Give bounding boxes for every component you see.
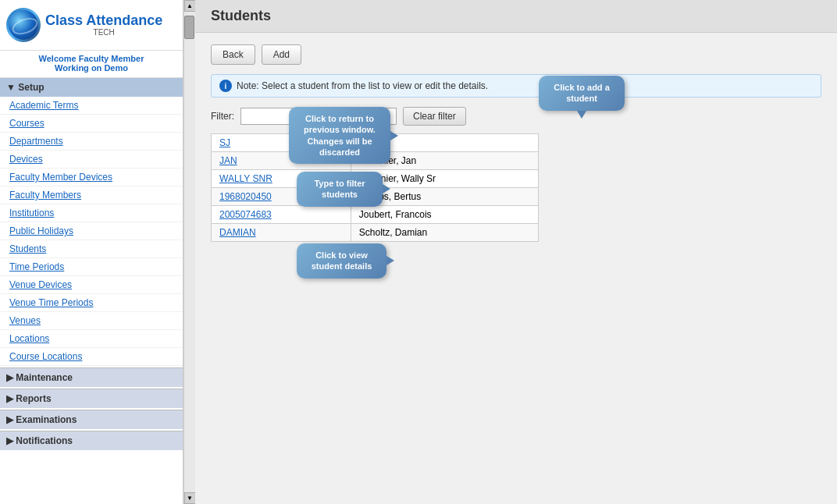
app-subtitle: TECH — [45, 28, 162, 37]
scroll-thumb[interactable] — [184, 16, 194, 39]
logo-text: Class Attendance TECH — [45, 13, 162, 37]
sidebar-item-public-holidays[interactable]: Public Holidays — [0, 222, 183, 240]
student-code-link[interactable]: JAN — [219, 155, 237, 166]
working-on: Working on Demo — [55, 63, 128, 73]
welcome-text: Welcome Faculty Member Working on Demo — [0, 51, 183, 78]
nav-items-list: Academic TermsCoursesDepartmentsDevicesF… — [0, 97, 183, 366]
student-code-link[interactable]: DAMIAN — [219, 227, 256, 238]
note-box: i Note: Select a student from the list t… — [211, 74, 821, 98]
content-area: Back Add i Note: Select a student from t… — [195, 33, 837, 504]
setup-section-header[interactable]: ▼ Setup — [0, 78, 183, 97]
sidebar-item-faculty-members[interactable]: Faculty Members — [0, 186, 183, 204]
sidebar-item-faculty-member-devices[interactable]: Faculty Member Devices — [0, 169, 183, 186]
sidebar-item-time-periods[interactable]: Time Periods — [0, 258, 183, 276]
section-examinations[interactable]: ▶ Examinations — [0, 410, 183, 429]
sidebar-item-courses[interactable]: Courses — [0, 115, 183, 133]
app-title: Class Attendance — [45, 13, 162, 29]
student-code-link[interactable]: 2005074683 — [219, 209, 272, 220]
table-row[interactable]: DAMIANScholtz, Damian — [212, 224, 539, 242]
toolbar: Back Add — [211, 44, 821, 65]
note-text: Note: Select a student from the list to … — [237, 80, 488, 91]
add-button[interactable]: Add — [262, 44, 301, 65]
sidebar-item-venue-devices[interactable]: Venue Devices — [0, 276, 183, 294]
add-tooltip: Click to add a student — [539, 76, 625, 111]
filter-label: Filter: — [211, 111, 234, 122]
sidebar-item-institutions[interactable]: Institutions — [0, 204, 183, 222]
student-code-link[interactable]: 1968020450 — [219, 191, 272, 202]
student-code-link[interactable]: SJ — [219, 137, 230, 148]
student-name: Joubert, Francois — [351, 206, 538, 224]
globe-icon — [9, 10, 38, 40]
section-notifications[interactable]: ▶ Notifications — [0, 431, 183, 450]
sidebar-item-venue-time-periods[interactable]: Venue Time Periods — [0, 294, 183, 312]
clear-filter-button[interactable]: Clear filter — [403, 107, 466, 126]
student-code-link[interactable]: WALLY SNR — [219, 173, 272, 184]
sidebar-item-locations[interactable]: Locations — [0, 330, 183, 348]
sidebar-item-course-locations[interactable]: Course Locations — [0, 348, 183, 366]
sidebar-item-students[interactable]: Students — [0, 240, 183, 258]
section-reports[interactable]: ▶ Reports — [0, 389, 183, 408]
info-icon: i — [219, 80, 232, 92]
back-tooltip: Click to return to previous window. Chan… — [289, 107, 390, 164]
student-tooltip: Click to view student details — [297, 243, 386, 279]
collapsed-sections: ▶ Maintenance▶ Reports▶ Examinations▶ No… — [0, 366, 183, 450]
sidebar-item-venues[interactable]: Venues — [0, 312, 183, 330]
scroll-down-btn[interactable]: ▼ — [184, 492, 196, 504]
sidebar: Class Attendance TECH Welcome Faculty Me… — [0, 0, 183, 504]
sidebar-scrollbar[interactable]: ▲ ▼ — [183, 0, 195, 504]
sidebar-item-departments[interactable]: Departments — [0, 133, 183, 151]
sidebar-item-devices[interactable]: Devices — [0, 151, 183, 169]
page-title: Students — [195, 0, 837, 33]
scroll-up-btn[interactable]: ▲ — [184, 0, 196, 12]
logo-icon — [6, 8, 41, 42]
sidebar-item-academic-terms[interactable]: Academic Terms — [0, 97, 183, 115]
scroll-track[interactable] — [184, 12, 195, 492]
welcome-line1: Welcome Faculty Member — [39, 54, 144, 63]
student-name: Scholtz, Damian — [351, 224, 538, 242]
back-button[interactable]: Back — [211, 44, 255, 65]
section-maintenance[interactable]: ▶ Maintenance — [0, 367, 183, 387]
sidebar-header: Class Attendance TECH — [0, 0, 183, 51]
setup-label: ▼ Setup — [6, 82, 45, 93]
filter-tooltip: Type to filter students — [297, 172, 383, 207]
main-content: Students Back Add i Note: Select a stude… — [195, 0, 837, 504]
table-row[interactable]: 2005074683Joubert, Francois — [212, 206, 539, 224]
